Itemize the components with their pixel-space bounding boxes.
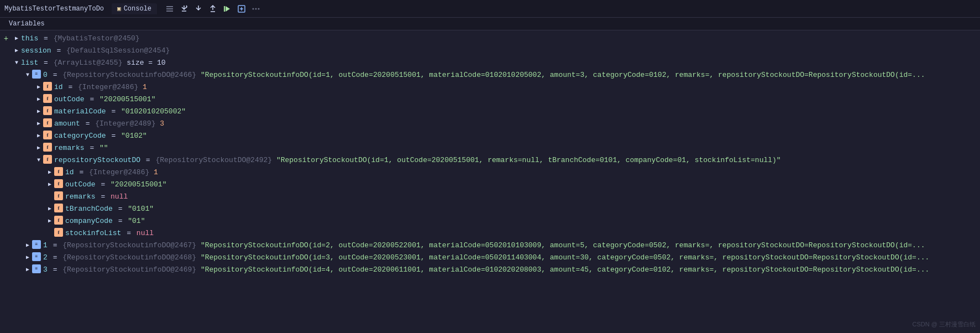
- field-icon-repstock0-outcode: f: [54, 179, 63, 188]
- arrow-item3[interactable]: [23, 264, 32, 275]
- field-icon-amount0: f: [43, 118, 52, 127]
- arrow-session[interactable]: [12, 45, 21, 56]
- repstock0-outcode-row[interactable]: f outCode = "20200515001": [0, 179, 980, 191]
- field-icon-remarks0: f: [43, 143, 52, 152]
- svg-point-4: [253, 8, 254, 9]
- console-tab-label: Console: [124, 5, 151, 13]
- arrow-list[interactable]: [12, 58, 21, 69]
- svg-rect-0: [166, 6, 173, 7]
- arrow-item2[interactable]: [23, 252, 32, 263]
- field-icon-categorycode0: f: [43, 131, 52, 139]
- arrow-repstock0-company[interactable]: [45, 216, 54, 227]
- console-tab[interactable]: ▣ Console: [112, 3, 157, 14]
- id0-row[interactable]: f id = {Integer@2486} 1: [0, 81, 980, 93]
- repstock0-id-row[interactable]: f id = {Integer@2486} 1: [0, 166, 980, 179]
- arrow-repstock0-outcode[interactable]: [45, 179, 54, 190]
- outcode0-row[interactable]: f outCode = "20200515001": [0, 93, 980, 106]
- repstock0-row[interactable]: f repositoryStockoutDO = {RepositoryStoc…: [0, 154, 980, 166]
- toolbar-btn-evaluate[interactable]: [235, 3, 248, 14]
- repstock0-tbranch-row[interactable]: f tBranchCode = "0101": [0, 203, 980, 215]
- item0-row[interactable]: ≡ 0 = {RepositoryStockoutinfoDO@2466} "R…: [0, 69, 980, 81]
- session-content: session = {DefaultSqlSession@2454}: [21, 45, 980, 56]
- this-content: this = {MybatisTestor@2450}: [21, 33, 980, 44]
- repstock0-remarks-row[interactable]: f remarks = null: [0, 191, 980, 203]
- variables-bar: Variables: [0, 18, 980, 30]
- repstock0-company-content: companyCode = "01": [65, 216, 980, 227]
- toolbar-btn-more[interactable]: [250, 3, 262, 14]
- list-icon-0: ≡: [32, 70, 41, 79]
- variables-label: Variables: [9, 20, 45, 28]
- svg-rect-1: [166, 8, 173, 9]
- arrow-item0[interactable]: [23, 70, 32, 81]
- materialcode0-content: materialCode = "0102010205002": [54, 106, 980, 117]
- list-icon-1: ≡: [32, 240, 41, 249]
- field-icon-id0: f: [43, 82, 52, 91]
- arrow-item1[interactable]: [23, 240, 32, 251]
- field-icon-repstock0-stockinfo: f: [54, 228, 63, 237]
- field-icon-repstock0-tbranch: f: [54, 204, 63, 212]
- toolbar-btn-step-out[interactable]: [207, 3, 219, 14]
- toolbar-icons: [164, 3, 262, 14]
- repstock0-company-row[interactable]: f companyCode = "01": [0, 215, 980, 227]
- arrow-repstock0[interactable]: [34, 155, 43, 166]
- arrow-amount0[interactable]: [34, 118, 43, 129]
- arrow-repstock0-tbranch[interactable]: [45, 204, 54, 215]
- console-icon: ▣: [117, 5, 121, 12]
- outcode0-content: outCode = "20200515001": [54, 94, 980, 105]
- list-icon-2: ≡: [32, 252, 41, 261]
- item3-row[interactable]: ≡ 3 = {RepositoryStockoutinfoDO@2469} "R…: [0, 264, 980, 276]
- item1-content: 1 = {RepositoryStockoutinfoDO@2467} "Rep…: [43, 240, 980, 251]
- amount0-content: amount = {Integer@2489} 3: [54, 118, 980, 129]
- arrow-this[interactable]: [12, 33, 21, 44]
- item2-row[interactable]: ≡ 2 = {RepositoryStockoutinfoDO@2468} "R…: [0, 252, 980, 264]
- toolbar-btn-step-over[interactable]: [178, 3, 190, 14]
- item2-content: 2 = {RepositoryStockoutinfoDO@2468} "Rep…: [43, 252, 980, 263]
- categorycode0-row[interactable]: f categoryCode = "0102": [0, 130, 980, 142]
- arrow-id0[interactable]: [34, 82, 43, 93]
- remarks0-row[interactable]: f remarks = "": [0, 142, 980, 154]
- arrow-remarks0[interactable]: [34, 143, 43, 154]
- item0-content: 0 = {RepositoryStockoutinfoDO@2466} "Rep…: [43, 70, 980, 81]
- amount0-row[interactable]: f amount = {Integer@2489} 3: [0, 118, 980, 130]
- field-icon-repstock0: f: [43, 155, 52, 164]
- add-gutter: +: [0, 33, 12, 44]
- add-btn[interactable]: +: [4, 33, 8, 44]
- repstock0-tbranch-content: tBranchCode = "0101": [65, 204, 980, 215]
- list-content: list = {ArrayList@2455} size = 10: [21, 58, 980, 69]
- toolbar-btn-run-cursor[interactable]: [221, 3, 233, 14]
- field-icon-repstock0-id: f: [54, 167, 63, 176]
- arrow-materialcode0[interactable]: [34, 106, 43, 117]
- toolbar-btn-step-into[interactable]: [192, 3, 205, 14]
- item3-content: 3 = {RepositoryStockoutinfoDO@2469} "Rep…: [43, 264, 980, 275]
- item1-row[interactable]: ≡ 1 = {RepositoryStockoutinfoDO@2467} "R…: [0, 240, 980, 252]
- materialcode0-row[interactable]: f materialCode = "0102010205002": [0, 106, 980, 118]
- repstock0-content: repositoryStockoutDO = {RepositoryStocko…: [54, 155, 980, 166]
- categorycode0-content: categoryCode = "0102": [54, 131, 980, 142]
- toolbar-btn-menu[interactable]: [164, 3, 176, 14]
- session-row[interactable]: session = {DefaultSqlSession@2454}: [0, 45, 980, 57]
- repstock0-stockinfo-content: stockinfoList = null: [65, 228, 980, 239]
- arrow-repstock0-id[interactable]: [45, 167, 54, 178]
- svg-point-6: [258, 8, 260, 9]
- svg-point-5: [255, 8, 257, 9]
- svg-rect-2: [166, 11, 173, 12]
- repstock0-outcode-content: outCode = "20200515001": [65, 179, 980, 190]
- repstock0-id-content: id = {Integer@2486} 1: [65, 167, 980, 178]
- field-icon-repstock0-remarks: f: [54, 191, 63, 200]
- list-row[interactable]: list = {ArrayList@2455} size = 10: [0, 57, 980, 69]
- list-icon-3: ≡: [32, 264, 41, 273]
- repstock0-stockinfo-row[interactable]: f stockinfoList = null: [0, 227, 980, 240]
- toolbar: MybatisTestorTestmanyToDo ▣ Console: [0, 0, 980, 18]
- debug-panel: + this = {MybatisTestor@2450} session = …: [0, 30, 980, 327]
- id0-content: id = {Integer@2486} 1: [54, 82, 980, 93]
- remarks0-content: remarks = "": [54, 143, 980, 154]
- repstock0-remarks-content: remarks = null: [65, 191, 980, 202]
- toolbar-title: MybatisTestorTestmanyToDo: [4, 5, 104, 13]
- field-icon-materialcode0: f: [43, 106, 52, 115]
- this-row[interactable]: + this = {MybatisTestor@2450}: [0, 33, 980, 45]
- arrow-categorycode0[interactable]: [34, 131, 43, 142]
- arrow-outcode0[interactable]: [34, 94, 43, 105]
- watermark: CSDN @ 三村漫雪白纸: [913, 320, 976, 329]
- field-icon-repstock0-company: f: [54, 216, 63, 225]
- field-icon-outcode0: f: [43, 94, 52, 103]
